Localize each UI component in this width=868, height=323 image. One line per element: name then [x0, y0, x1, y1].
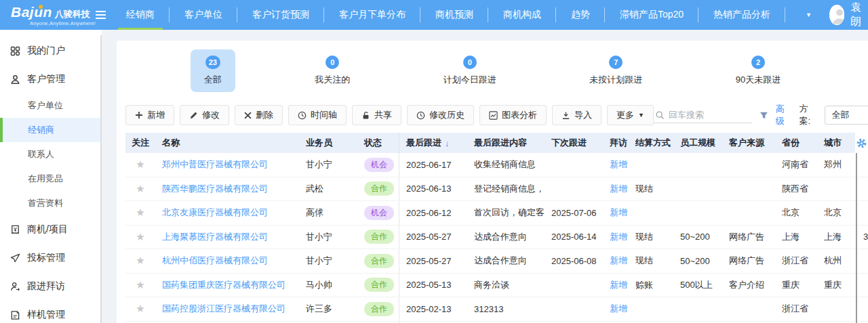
table-row[interactable]: ★上海聚慕医疗器械有限公司甘小宁合作2025-05-27达成合作意向2025-0… — [125, 225, 868, 250]
stat-tab[interactable]: 7未按计划跟进 — [576, 49, 656, 92]
filter-funnel-icon[interactable] — [760, 111, 768, 120]
star-icon[interactable]: ★ — [136, 158, 144, 171]
visit-add-link[interactable]: 新增 — [610, 158, 627, 171]
toolbar-button-add[interactable]: 新增 — [125, 105, 174, 125]
stat-tab[interactable]: 0我关注的 — [301, 49, 363, 92]
star-icon[interactable]: ★ — [136, 255, 144, 267]
user-avatar[interactable] — [829, 5, 844, 25]
toolbar-button-chart[interactable]: 图表分析 — [479, 105, 547, 125]
column-settings-button[interactable] — [855, 133, 868, 153]
company-link[interactable]: 国药集团重庆医疗器械有限公司 — [162, 279, 285, 291]
sidebar-item[interactable]: 我的门户 — [0, 37, 102, 65]
cell-star: ★ — [125, 153, 155, 177]
toolbar-button-history[interactable]: 修改历史 — [407, 105, 474, 125]
toolbar-button-edit[interactable]: 修改 — [180, 105, 229, 125]
star-icon[interactable]: ★ — [136, 183, 144, 195]
toolbar-button-label: 导入 — [574, 109, 592, 121]
sidebar-item[interactable]: 投标管理 — [0, 244, 102, 272]
nav-tab[interactable]: 客户月下单分布 — [324, 0, 420, 30]
stat-tab[interactable]: 23全部 — [191, 49, 235, 92]
column-header[interactable]: 关注 — [125, 133, 155, 153]
stat-tab[interactable]: 0计划今日跟进 — [430, 49, 510, 92]
column-header[interactable]: 员工规模 — [673, 133, 722, 153]
table-row[interactable]: ★北京友康医疗器械有限公司高俅机会2025-06-12首次回访，确定客户…202… — [125, 201, 868, 225]
cell-salesperson: 许三多 — [299, 297, 357, 321]
sidebar-item[interactable]: 商机/项目 — [0, 215, 102, 244]
visit-add-link[interactable]: 新增 — [610, 231, 627, 243]
nav-tab[interactable]: 客户订货预测 — [237, 0, 324, 30]
column-header[interactable]: 名称 — [155, 133, 299, 153]
table-row[interactable]: ★陕西华鹏医疗器械有限公司武松合作2025-06-13登记经销商信息，领…新增现… — [125, 177, 868, 202]
table-scrollbar[interactable] — [856, 153, 857, 323]
table-row[interactable]: ★杭州中佰医疗器械有限公司甘小宁合作2025-05-27达成合作意向2025-0… — [125, 249, 868, 274]
column-header[interactable]: 最后跟进↓ — [399, 133, 467, 153]
search-input[interactable] — [669, 110, 751, 120]
column-header[interactable]: 城市 — [817, 133, 856, 153]
sort-desc-icon[interactable]: ↓ — [445, 138, 450, 148]
menu-toggle-icon[interactable] — [96, 0, 106, 30]
visit-add-link[interactable]: 新增 — [610, 207, 627, 219]
nav-tab[interactable]: 商机构成 — [488, 0, 556, 30]
toolbar-button-more[interactable]: 更多▼ — [607, 105, 654, 125]
nav-tab[interactable]: 热销产品分析 — [698, 0, 785, 30]
nav-tab[interactable]: 商机预测 — [420, 0, 488, 30]
column-header[interactable]: 省份 — [775, 133, 817, 153]
cell-staff_size — [673, 177, 722, 201]
company-link[interactable]: 国药控股浙江医疗器械有限公司 — [162, 303, 285, 315]
column-header[interactable]: 下次跟进 — [545, 133, 603, 153]
sidebar-subitem[interactable]: 首营资料 — [0, 191, 102, 215]
company-link[interactable]: 上海聚慕医疗器械有限公司 — [162, 231, 268, 243]
scheme-select[interactable]: 全部 ▼ — [825, 106, 868, 125]
status-badge: 合作 — [364, 230, 394, 244]
column-header[interactable]: 业务员 — [299, 133, 357, 153]
stat-tab[interactable]: 290天未跟进 — [722, 49, 794, 92]
user-menu[interactable]: 袁朗 — [829, 0, 867, 30]
sidebar-item[interactable]: 跟进拜访 — [0, 272, 102, 301]
visit-icon — [10, 282, 20, 292]
star-icon[interactable]: ★ — [136, 279, 144, 291]
brand-logo[interactable]: Bajun 八骏科技 Anyone,Anytime,Anywhere! — [0, 0, 96, 30]
nav-overflow-caret-icon[interactable]: ▼ — [785, 0, 829, 30]
nav-tab[interactable]: 经销商 — [111, 0, 170, 30]
company-link[interactable]: 陕西华鹏医疗器械有限公司 — [162, 183, 268, 195]
sidebar-item[interactable]: 客户管理 — [0, 65, 102, 93]
toolbar-button-share[interactable]: 共享 — [352, 105, 401, 125]
star-icon[interactable]: ★ — [136, 231, 144, 243]
sidebar-subitem[interactable]: 客户单位 — [0, 93, 102, 118]
search-box[interactable] — [654, 107, 752, 123]
toolbar-button-delete[interactable]: 删除 — [235, 105, 283, 125]
sidebar-subitem[interactable]: 联系人 — [0, 142, 102, 167]
cell-visit: 新增 — [603, 177, 629, 201]
toolbar-button-import[interactable]: 导入 — [552, 105, 601, 125]
nav-tab[interactable]: 趋势 — [556, 0, 605, 30]
column-header-label: 业务员 — [306, 137, 332, 149]
company-link[interactable]: 杭州中佰医疗器械有限公司 — [162, 255, 268, 267]
visit-add-link[interactable]: 新增 — [610, 303, 627, 315]
column-header[interactable]: 客户来源 — [722, 133, 775, 153]
company-link[interactable]: 北京友康医疗器械有限公司 — [162, 207, 268, 219]
advanced-search-link[interactable]: 高级 — [776, 103, 792, 127]
column-header[interactable]: 结算方式 — [629, 133, 673, 153]
company-link[interactable]: 郑州中普医疗器械有限公司 — [162, 158, 268, 171]
cell-salesperson: 马小帅 — [299, 274, 357, 297]
column-header[interactable]: 拜访 — [603, 133, 629, 153]
visit-add-link[interactable]: 新增 — [610, 255, 627, 267]
star-icon[interactable]: ★ — [136, 303, 144, 315]
sidebar-subitem[interactable]: 经销商 — [0, 118, 102, 142]
toolbar-button-timeline[interactable]: 时间轴 — [288, 105, 347, 125]
nav-tab[interactable]: 滞销产品Top20 — [605, 0, 698, 30]
nav-tab[interactable]: 客户单位 — [170, 0, 237, 30]
table-row[interactable]: ★国药集团重庆医疗器械有限公司马小帅合作2025-05-13商务洽谈新增赊账50… — [125, 274, 868, 298]
stat-label: 全部 — [204, 74, 222, 86]
star-icon[interactable]: ★ — [136, 207, 144, 219]
visit-add-link[interactable]: 新增 — [610, 183, 627, 195]
cell-status: 机会 — [357, 153, 399, 177]
table-row[interactable]: ★郑州中普医疗器械有限公司甘小宁机会2025-06-17收集经销商信息新增河南省… — [125, 153, 868, 177]
table-row[interactable]: ★国药控股浙江医疗器械有限公司许三多合作2025-02-13312313新增浙江… — [125, 297, 868, 322]
column-header[interactable]: 状态 — [357, 133, 399, 153]
column-header[interactable]: 最后跟进内容 — [467, 133, 545, 153]
sidebar-scrollbar[interactable] — [100, 35, 102, 323]
sidebar-subitem[interactable]: 在用竞品 — [0, 167, 102, 191]
visit-add-link[interactable]: 新增 — [610, 279, 627, 291]
sidebar-item[interactable]: 样机管理 — [0, 301, 102, 323]
